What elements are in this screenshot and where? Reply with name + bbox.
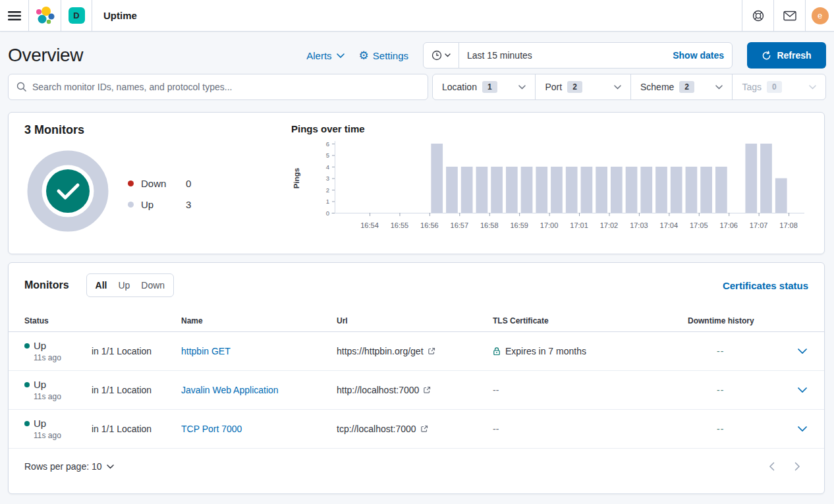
- top-navigation-bar: D Uptime e: [0, 0, 834, 32]
- filter-label: Port: [545, 82, 562, 92]
- expand-row-button[interactable]: [787, 349, 824, 354]
- filter-tags: Tags 0: [733, 74, 825, 99]
- legend-label: Down: [141, 178, 186, 189]
- expand-row-button[interactable]: [787, 387, 824, 393]
- search-box: [8, 74, 428, 100]
- monitor-name-link[interactable]: Javalin Web Application: [181, 385, 279, 395]
- alerts-label: Alerts: [306, 50, 331, 61]
- svg-text:17:01: 17:01: [570, 221, 588, 229]
- legend-item-down: Down 0: [128, 176, 260, 190]
- location-cell: in 1/1 Location: [92, 385, 181, 395]
- expand-row-button[interactable]: [787, 426, 824, 432]
- status-text: Up: [34, 340, 46, 351]
- refresh-button[interactable]: Refresh: [747, 42, 826, 69]
- tab-down[interactable]: Down: [141, 280, 165, 291]
- search-input[interactable]: [32, 82, 420, 92]
- up-status-dot-icon: [24, 421, 30, 426]
- help-button[interactable]: [742, 0, 773, 31]
- status-donut-chart: [26, 149, 110, 236]
- monitors-header: Monitors All Up Down Certificates status: [9, 263, 824, 297]
- location-cell: in 1/1 Location: [92, 346, 181, 356]
- chevron-down-icon: [715, 85, 723, 90]
- downtime-cell: --: [688, 346, 787, 356]
- status-text: Up: [34, 418, 46, 429]
- rows-per-page-button[interactable]: Rows per page: 10: [24, 461, 114, 472]
- time-picker-quick-menu[interactable]: [424, 43, 459, 68]
- rows-per-page-label: Rows per page: 10: [24, 461, 102, 472]
- legend-item-up: Up 3: [128, 197, 260, 211]
- next-page-button[interactable]: [794, 462, 800, 471]
- settings-link[interactable]: ⚙ Settings: [359, 50, 408, 61]
- svg-text:17:03: 17:03: [630, 221, 648, 229]
- downtime-cell: --: [688, 424, 787, 434]
- table-row: Up 11s ago in 1/1 Location Javalin Web A…: [9, 371, 824, 410]
- svg-text:6: 6: [326, 140, 329, 148]
- svg-text:0: 0: [326, 210, 329, 217]
- space-switcher[interactable]: D: [61, 0, 92, 31]
- chevron-down-icon: [107, 464, 114, 469]
- filter-count-badge: 0: [767, 81, 782, 93]
- space-badge: D: [69, 7, 85, 24]
- elastic-logo-icon: [35, 6, 55, 26]
- filter-group: Location 1 Port 2 Scheme 2: [432, 74, 826, 100]
- url-cell: https://httpbin.org/get: [337, 346, 493, 356]
- svg-text:1: 1: [326, 198, 329, 205]
- url-text[interactable]: http://localhost:7000: [337, 385, 419, 395]
- avatar[interactable]: e: [812, 7, 829, 24]
- chevron-down-icon: [809, 85, 816, 90]
- url-text[interactable]: tcp://localhost:7000: [337, 424, 416, 434]
- page-header: Overview Alerts ⚙ Settings: [8, 40, 826, 71]
- filter-scheme[interactable]: Scheme 2: [631, 74, 733, 99]
- tab-up[interactable]: Up: [118, 280, 130, 291]
- legend-label: Up: [141, 199, 186, 210]
- chevron-down-icon: [445, 53, 451, 57]
- status-text: Up: [34, 379, 46, 390]
- time-picker: Last 15 minutes Show dates: [423, 42, 733, 69]
- alerts-dropdown[interactable]: Alerts: [306, 50, 344, 61]
- newsfeed-button[interactable]: [773, 0, 805, 31]
- menu-button[interactable]: [0, 0, 29, 31]
- filter-count-badge: 1: [482, 81, 497, 93]
- location-cell: in 1/1 Location: [92, 424, 181, 434]
- elastic-logo[interactable]: [29, 0, 61, 31]
- time-range-value[interactable]: Last 15 minutes: [459, 50, 673, 61]
- snapshot-panel: 3 Monitors Down 0 Up 3 Pings o: [8, 112, 825, 254]
- status-cell: Up 11s ago: [24, 340, 92, 362]
- filter-count-badge: 2: [679, 81, 694, 93]
- chevron-down-icon: [337, 53, 345, 58]
- external-link-icon: [428, 347, 435, 355]
- chevron-down-icon: [518, 85, 526, 90]
- tls-cell: --: [493, 424, 688, 434]
- monitors-title: Monitors: [24, 279, 69, 291]
- show-dates-button[interactable]: Show dates: [673, 50, 732, 61]
- chevron-down-icon: [614, 85, 621, 90]
- monitor-name-link[interactable]: httpbin GET: [181, 346, 231, 356]
- svg-text:16:55: 16:55: [391, 221, 409, 229]
- url-text[interactable]: https://httpbin.org/get: [337, 346, 424, 356]
- tab-all[interactable]: All: [96, 280, 107, 291]
- certificates-status-link[interactable]: Certificates status: [723, 280, 808, 291]
- settings-label: Settings: [373, 50, 408, 61]
- filter-location[interactable]: Location 1: [433, 74, 536, 99]
- svg-text:16:58: 16:58: [480, 221, 499, 229]
- filter-port[interactable]: Port 2: [536, 74, 631, 99]
- status-cell: Up 11s ago: [24, 379, 92, 401]
- status-timestamp: 11s ago: [24, 353, 92, 362]
- svg-text:17:02: 17:02: [600, 221, 619, 229]
- column-downtime: Downtime history: [688, 316, 787, 325]
- column-name: Name: [181, 316, 337, 325]
- top-bar-actions: e: [742, 0, 834, 31]
- external-link-icon: [420, 425, 428, 433]
- table-row: Up 11s ago in 1/1 Location TCP Port 7000…: [9, 410, 824, 449]
- legend-value: 3: [186, 199, 191, 210]
- monitor-name-link[interactable]: TCP Port 7000: [181, 424, 242, 434]
- monitors-count-title: 3 Monitors: [24, 123, 84, 137]
- status-timestamp: 11s ago: [24, 431, 92, 440]
- tls-cell: --: [493, 385, 688, 395]
- url-cell: tcp://localhost:7000: [337, 424, 493, 434]
- previous-page-button[interactable]: [769, 462, 775, 471]
- filter-label: Scheme: [640, 82, 674, 92]
- pings-over-time-chart: Pings over time 012345616:5416:5516:5616…: [291, 123, 812, 237]
- refresh-icon: [762, 51, 771, 61]
- svg-text:17:00: 17:00: [540, 221, 559, 229]
